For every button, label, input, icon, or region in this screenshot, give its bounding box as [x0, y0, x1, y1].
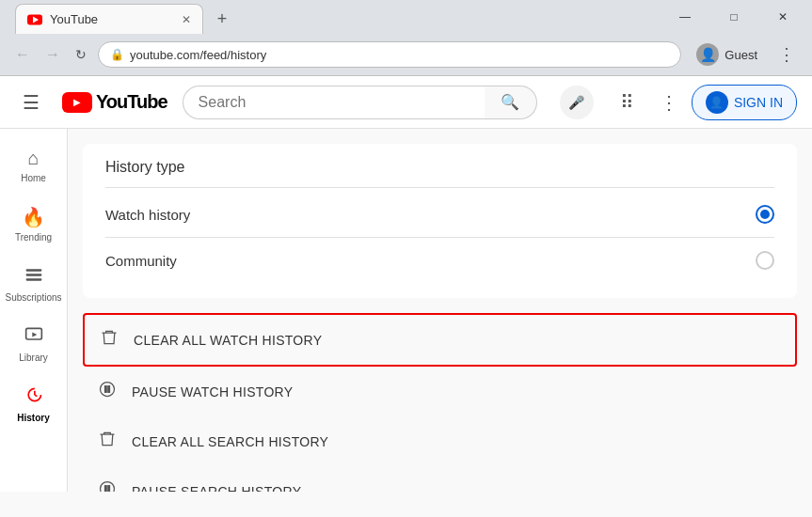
- pause-search-icon: [98, 479, 117, 492]
- svg-rect-2: [25, 269, 41, 272]
- tab-favicon: [27, 12, 42, 27]
- home-icon: ⌂: [27, 148, 39, 169]
- svg-rect-10: [108, 386, 110, 393]
- trash-icon: [100, 328, 119, 352]
- yt-logo[interactable]: YouTube: [62, 91, 167, 113]
- action-list: CLEAR ALL WATCH HISTORY PAUSE WATCH HIST…: [83, 313, 797, 492]
- sidebar-item-history[interactable]: History: [4, 374, 64, 431]
- clear-search-history-item[interactable]: CLEAR ALL SEARCH HISTORY: [83, 416, 797, 466]
- sidebar-label-library: Library: [19, 352, 48, 363]
- yt-body: ⌂ Home 🔥 Trending Subscriptions Library: [0, 129, 812, 492]
- minimize-button[interactable]: —: [663, 2, 707, 32]
- svg-rect-4: [25, 278, 41, 281]
- tab-close-button[interactable]: ✕: [182, 13, 191, 26]
- sidebar-item-library[interactable]: Library: [4, 314, 64, 370]
- svg-point-8: [101, 383, 115, 397]
- community-radio[interactable]: [756, 251, 774, 270]
- forward-button[interactable]: →: [41, 42, 64, 67]
- history-type-title: History type: [105, 159, 774, 188]
- library-icon: [24, 325, 43, 349]
- pause-search-history-label: PAUSE SEARCH HISTORY: [132, 484, 301, 493]
- sidebar-item-home[interactable]: ⌂ Home: [4, 136, 64, 191]
- yt-logo-text: YouTube: [96, 91, 167, 113]
- subscriptions-icon: [24, 265, 43, 289]
- sign-in-label: SIGN IN: [734, 95, 783, 110]
- search-button[interactable]: 🔍: [485, 86, 537, 119]
- watch-history-radio[interactable]: [756, 205, 774, 224]
- header-icons: ⠿ ⋮ 👤 SIGN IN: [609, 84, 797, 121]
- pause-search-history-item[interactable]: PAUSE SEARCH HISTORY: [83, 466, 797, 492]
- svg-rect-13: [108, 486, 110, 492]
- url-text: youtube.com/feed/history: [130, 48, 669, 62]
- svg-rect-3: [25, 274, 41, 276]
- close-button[interactable]: ✕: [761, 2, 804, 32]
- maximize-button[interactable]: □: [712, 2, 756, 32]
- sidebar-item-subscriptions[interactable]: Subscriptions: [4, 254, 64, 310]
- clear-watch-history-label: CLEAR ALL WATCH HISTORY: [134, 333, 322, 348]
- sign-in-avatar: 👤: [706, 91, 728, 114]
- pause-watch-icon: [98, 380, 117, 403]
- hamburger-menu-button[interactable]: ☰: [15, 87, 47, 118]
- browser-menu-button[interactable]: ⋮: [772, 40, 801, 69]
- tab-bar: YouTube ✕ +: [8, 0, 237, 34]
- sidebar: ⌂ Home 🔥 Trending Subscriptions Library: [0, 129, 68, 492]
- svg-rect-9: [105, 386, 107, 393]
- trash-search-icon: [98, 430, 117, 453]
- watch-history-label: Watch history: [105, 207, 190, 223]
- tab-title: YouTube: [50, 12, 98, 26]
- svg-line-7: [34, 395, 37, 397]
- apps-grid-button[interactable]: ⠿: [609, 84, 646, 121]
- watch-history-radio-row[interactable]: Watch history: [105, 192, 774, 238]
- community-label: Community: [105, 253, 177, 269]
- refresh-button[interactable]: ↻: [72, 43, 90, 66]
- search-area: 🔍: [183, 86, 537, 119]
- lock-icon: 🔒: [110, 48, 124, 61]
- pause-watch-history-label: PAUSE WATCH HISTORY: [132, 384, 293, 400]
- pause-watch-history-item[interactable]: PAUSE WATCH HISTORY: [83, 367, 797, 416]
- guest-avatar: 👤: [696, 43, 719, 66]
- content-area: History type Watch history Community: [68, 129, 812, 492]
- search-input[interactable]: [183, 86, 485, 119]
- sidebar-label-subscriptions: Subscriptions: [5, 292, 61, 303]
- browser-chrome: YouTube ✕ + — □ ✕ ← → ↻ 🔒 youtube.com/fe…: [0, 0, 812, 76]
- trending-icon: 🔥: [22, 206, 45, 228]
- yt-logo-icon: [62, 92, 92, 113]
- title-bar: YouTube ✕ + — □ ✕: [0, 0, 812, 34]
- sidebar-label-home: Home: [21, 173, 46, 183]
- clear-watch-history-item[interactable]: CLEAR ALL WATCH HISTORY: [83, 313, 797, 367]
- url-bar[interactable]: 🔒 youtube.com/feed/history: [98, 41, 681, 68]
- guest-label: Guest: [724, 48, 757, 62]
- svg-point-11: [101, 482, 115, 493]
- voice-search-button[interactable]: 🎤: [560, 86, 594, 119]
- guest-button[interactable]: 👤 Guest: [689, 39, 765, 70]
- new-tab-button[interactable]: +: [207, 4, 237, 34]
- sign-in-button[interactable]: 👤 SIGN IN: [692, 85, 797, 120]
- yt-header: ☰ YouTube 🔍 🎤 ⠿ ⋮ 👤 SIGN IN: [0, 76, 812, 129]
- sidebar-item-trending[interactable]: 🔥 Trending: [4, 195, 64, 250]
- clear-search-history-label: CLEAR ALL SEARCH HISTORY: [132, 434, 328, 449]
- sidebar-label-history: History: [17, 413, 49, 423]
- history-type-panel: History type Watch history Community: [83, 144, 797, 298]
- history-icon: [24, 385, 43, 409]
- address-bar: ← → ↻ 🔒 youtube.com/feed/history 👤 Guest…: [0, 34, 812, 75]
- svg-rect-12: [105, 486, 107, 492]
- community-radio-row[interactable]: Community: [105, 238, 774, 283]
- active-tab[interactable]: YouTube ✕: [15, 4, 203, 34]
- back-button[interactable]: ←: [11, 42, 34, 67]
- sidebar-label-trending: Trending: [15, 232, 52, 243]
- window-controls: — □ ✕: [663, 2, 804, 32]
- more-options-button[interactable]: ⋮: [650, 84, 688, 121]
- youtube-app: ☰ YouTube 🔍 🎤 ⠿ ⋮ 👤 SIGN IN ⌂ Home: [0, 76, 812, 492]
